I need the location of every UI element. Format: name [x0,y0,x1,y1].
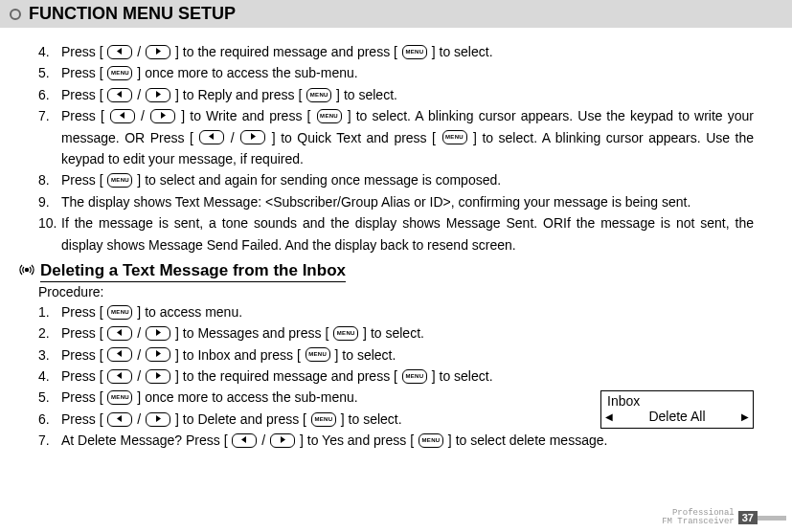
menu-key-icon: MENU [107,173,132,188]
page-number: 37 [738,511,758,524]
menu-key-icon: MENU [107,390,132,405]
left-arrow-key-icon [107,369,132,384]
right-arrow-key-icon [240,130,265,144]
svg-marker-0 [117,48,122,55]
menu-key-icon: MENU [402,369,427,384]
step-number: 6. [38,84,61,105]
step-item: 5.Press [ MENU ] once more to access the… [38,62,754,83]
step-text: Press [ MENU ] once more to access the s… [61,62,754,83]
svg-marker-14 [156,372,161,379]
steps-list-a: 4.Press [ / ] to the required message an… [38,41,754,255]
step-number: 9. [38,191,61,212]
right-arrow-key-icon [146,326,170,341]
svg-marker-12 [156,350,161,357]
step-text: If the message is sent, a tone sounds an… [61,212,754,255]
step-item: 2.Press [ / ] to Messages and press [ ME… [38,322,754,344]
menu-key-icon: MENU [107,305,132,320]
menu-key-icon: MENU [333,326,358,341]
step-number: 1. [38,301,61,322]
svg-marker-10 [156,329,161,336]
header-title: FUNCTION MENU SETUP [29,4,236,23]
step-item: 6.Press [ / ] to Reply and press [ MENU … [38,84,754,105]
step-number: 6. [38,409,61,430]
section-header: FUNCTION MENU SETUP [0,0,792,28]
menu-key-icon: MENU [419,433,443,448]
step-text: Press [ MENU ] to select and again for s… [61,169,754,190]
step-text: Press [ / ] to the required message and … [61,366,754,387]
menu-key-icon: MENU [311,412,336,427]
right-arrow-key-icon [146,369,170,384]
step-number: 7. [38,430,61,451]
step-text: Press [ / ] to Inbox and press [ MENU ] … [61,344,754,366]
step-number: 5. [38,62,61,83]
step-text: Press [ / ] to Messages and press [ MENU… [61,322,754,344]
menu-key-icon: MENU [402,45,427,59]
right-arrow-key-icon [146,88,170,102]
step-text: Press [ / ] to Write and press [ MENU ] … [61,105,754,169]
svg-marker-3 [156,91,161,98]
step-item: 10.If the message is sent, a tone sounds… [38,212,754,255]
step-number: 10. [38,212,61,233]
right-arrow-key-icon [146,412,170,427]
screen-option-text: Delete All [648,409,705,424]
radio-waves-icon [19,262,34,280]
menu-key-icon: MENU [306,88,331,102]
right-triangle-icon: ▶ [741,411,749,422]
left-arrow-key-icon [107,347,132,362]
procedure-label: Procedure: [38,284,754,299]
footer-label: Professional FM Transceiver [662,509,735,526]
svg-point-8 [25,269,28,272]
step-item: 4.Press [ / ] to the required message an… [38,366,754,387]
menu-key-icon: MENU [107,66,132,80]
step-item: 7.Press [ / ] to Write and press [ MENU … [38,105,754,169]
step-number: 8. [38,169,61,190]
svg-marker-15 [117,415,122,422]
right-arrow-key-icon [150,109,175,123]
step-text: Press [ / ] to Reply and press [ MENU ] … [61,84,754,105]
svg-marker-6 [209,133,214,140]
screen-line-2: ◀ Delete All ▶ [605,409,749,424]
svg-marker-1 [156,48,161,55]
device-screen-preview: Inbox ◀ Delete All ▶ [600,390,754,429]
svg-marker-4 [120,112,124,119]
left-arrow-key-icon [232,433,257,448]
left-arrow-key-icon [107,88,132,102]
step-text: The display shows Text Message: <Subscri… [61,191,754,212]
left-arrow-key-icon [199,130,224,144]
svg-marker-13 [117,372,122,379]
steps-list-b: 1.Press [ MENU ] to access menu.2.Press … [38,301,754,452]
screen-line-1: Inbox [605,393,749,409]
step-text: Press [ / ] to the required message and … [61,41,754,62]
right-arrow-key-icon [270,433,295,448]
page-footer: Professional FM Transceiver 37 [662,509,786,526]
subsection-header-row: Deleting a Text Message from the Inbox [19,261,754,282]
left-arrow-key-icon [107,326,132,341]
step-item: 7.At Delete Message? Press [ / ] to Yes … [38,430,754,451]
svg-marker-11 [117,350,122,357]
left-arrow-key-icon [107,45,132,59]
menu-key-icon: MENU [317,109,342,123]
step-text: Press [ MENU ] to access menu. [61,301,754,322]
right-arrow-key-icon [146,347,170,362]
step-item: 1.Press [ MENU ] to access menu. [38,301,754,322]
step-number: 7. [38,105,61,126]
footer-line-2: FM Transceiver [662,518,735,526]
subsection-title: Deleting a Text Message from the Inbox [40,261,346,282]
step-number: 2. [38,322,61,344]
svg-marker-2 [117,91,122,98]
menu-key-icon: MENU [305,347,330,362]
footer-decoration [758,516,786,521]
left-arrow-key-icon [107,412,132,427]
svg-marker-7 [251,133,256,140]
bullet-icon [10,9,21,20]
left-triangle-icon: ◀ [605,411,613,422]
svg-marker-17 [241,436,246,443]
step-number: 3. [38,344,61,366]
svg-marker-18 [281,436,285,443]
svg-marker-16 [156,415,161,422]
menu-key-icon: MENU [442,130,467,144]
step-number: 4. [38,366,61,387]
step-text: At Delete Message? Press [ / ] to Yes an… [61,430,754,451]
step-item: 8.Press [ MENU ] to select and again for… [38,169,754,190]
step-item: 9.The display shows Text Message: <Subsc… [38,191,754,212]
